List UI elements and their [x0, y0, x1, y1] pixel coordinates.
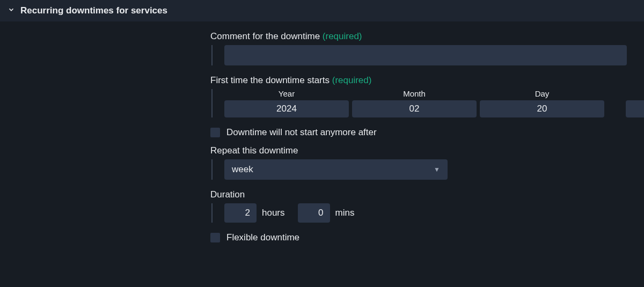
repeat-value: week — [232, 164, 253, 175]
year-input[interactable] — [224, 100, 349, 117]
not-after-row: Downtime will not start anymore after — [210, 127, 644, 138]
repeat-field-group: Repeat this downtime week ▼ — [210, 145, 644, 180]
duration-hours-input[interactable] — [224, 203, 257, 223]
comment-field-group: Comment for the downtime (required) — [210, 31, 644, 65]
month-input[interactable] — [352, 100, 477, 117]
section-title: Recurring downtimes for services — [20, 5, 167, 16]
flexible-checkbox[interactable] — [210, 233, 220, 242]
duration-row: hours mins — [224, 203, 644, 223]
month-head: Month — [403, 89, 426, 98]
dropdown-icon: ▼ — [434, 166, 440, 173]
comment-required: (required) — [323, 31, 362, 41]
comment-input[interactable] — [224, 45, 627, 65]
form-body: Comment for the downtime (required) Firs… — [0, 21, 644, 243]
start-label: First time the downtime starts (required… — [210, 75, 644, 86]
duration-mins-input[interactable] — [298, 203, 330, 223]
flexible-label: Flexible downtime — [226, 232, 299, 243]
start-datetime-row: Year Month Day Hour — [224, 89, 644, 117]
hour-input[interactable] — [626, 100, 644, 117]
repeat-label: Repeat this downtime — [210, 145, 644, 156]
start-label-text: First time the downtime starts — [210, 75, 330, 85]
duration-hours-unit: hours — [262, 208, 285, 218]
duration-mins-unit: mins — [335, 208, 355, 218]
not-after-checkbox[interactable] — [210, 128, 220, 137]
day-head: Day — [535, 89, 550, 98]
not-after-label: Downtime will not start anymore after — [226, 127, 377, 138]
flexible-row: Flexible downtime — [210, 232, 644, 243]
year-head: Year — [279, 89, 295, 98]
repeat-select[interactable]: week ▼ — [224, 159, 448, 180]
duration-field-group: Duration hours mins — [210, 189, 644, 223]
chevron-down-icon — [8, 5, 15, 16]
section-header[interactable]: Recurring downtimes for services — [0, 0, 644, 21]
start-required: (required) — [332, 75, 372, 85]
comment-label-text: Comment for the downtime — [210, 31, 320, 41]
start-field-group: First time the downtime starts (required… — [210, 75, 644, 117]
duration-label: Duration — [210, 189, 644, 200]
day-input[interactable] — [480, 100, 604, 117]
comment-label: Comment for the downtime (required) — [210, 31, 644, 42]
